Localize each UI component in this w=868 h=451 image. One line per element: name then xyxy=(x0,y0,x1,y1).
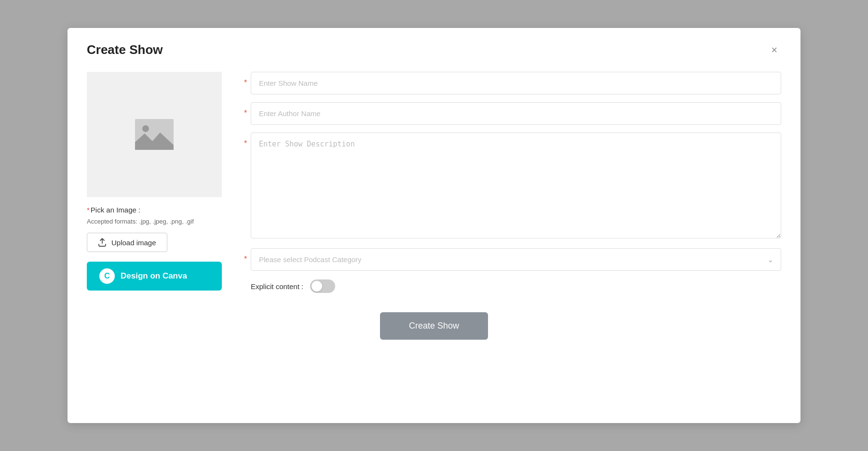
svg-point-1 xyxy=(142,125,149,132)
upload-icon xyxy=(98,238,107,247)
show-name-input[interactable] xyxy=(251,72,781,94)
category-required: * xyxy=(244,255,247,264)
description-textarea[interactable] xyxy=(251,133,781,239)
category-field-group: * Please select Podcast Category ⌄ xyxy=(251,248,781,271)
author-name-input[interactable] xyxy=(251,102,781,125)
modal-header: Create Show × xyxy=(87,42,781,57)
upload-image-button[interactable]: Upload image xyxy=(87,233,167,252)
image-placeholder-icon xyxy=(135,119,174,150)
toggle-slider xyxy=(310,279,335,293)
modal-overlay: Create Show × *Pick an Image : xyxy=(0,0,868,451)
accepted-formats-text: Accepted formats: .jpg, .jpeg, .png, .gi… xyxy=(87,218,231,225)
category-select[interactable]: Please select Podcast Category xyxy=(251,248,781,271)
description-field-group: * xyxy=(251,133,781,240)
left-column: *Pick an Image : Accepted formats: .jpg,… xyxy=(87,72,231,293)
canva-logo: C xyxy=(99,268,115,284)
description-required: * xyxy=(244,139,247,148)
explicit-content-toggle[interactable] xyxy=(310,279,335,293)
modal-footer: Create Show xyxy=(87,312,781,340)
author-name-required: * xyxy=(244,109,247,118)
author-name-field-group: * xyxy=(251,102,781,125)
explicit-content-label: Explicit content : xyxy=(251,282,303,291)
show-name-field-group: * xyxy=(251,72,781,94)
canva-design-button[interactable]: C Design on Canva xyxy=(87,262,222,291)
create-show-button[interactable]: Create Show xyxy=(380,312,488,340)
show-name-required: * xyxy=(244,79,247,87)
pick-image-label: *Pick an Image : xyxy=(87,206,231,214)
right-column: * * * * Please select Podcast xyxy=(251,72,781,293)
modal-title: Create Show xyxy=(87,42,163,57)
required-star: * xyxy=(87,206,90,214)
close-button[interactable]: × xyxy=(767,43,781,57)
modal-container: Create Show × *Pick an Image : xyxy=(68,28,800,423)
image-preview xyxy=(87,72,222,197)
explicit-content-row: Explicit content : xyxy=(251,279,781,293)
modal-body: *Pick an Image : Accepted formats: .jpg,… xyxy=(87,72,781,293)
